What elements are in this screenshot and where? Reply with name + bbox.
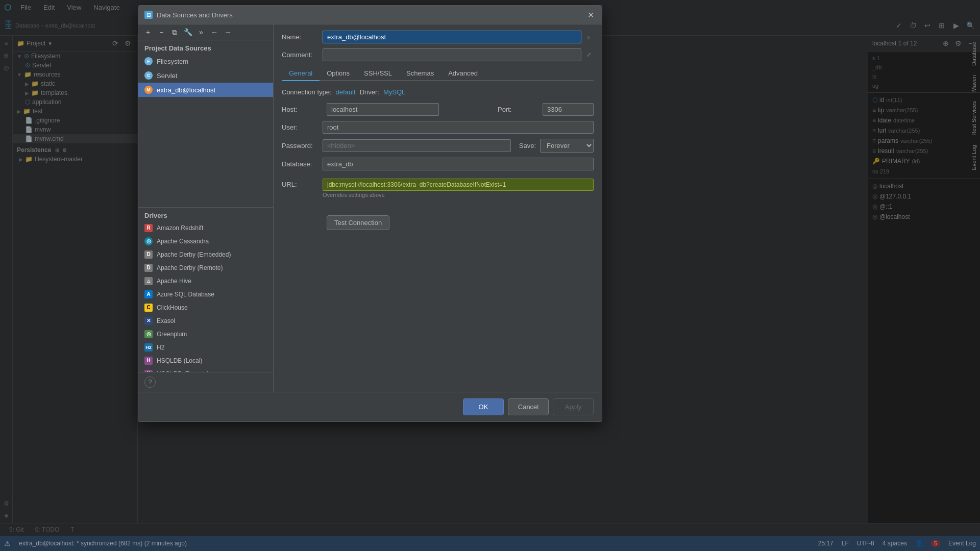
password-input[interactable]: [323, 139, 511, 152]
cancel-button[interactable]: Cancel: [508, 398, 549, 415]
greenplum-icon: ◎: [144, 330, 153, 338]
tab-schemas[interactable]: Schemas: [399, 66, 441, 81]
tab-ssh-ssl[interactable]: SSH/SSL: [357, 66, 399, 81]
database-input[interactable]: [323, 158, 594, 170]
password-label: Password:: [282, 142, 323, 149]
url-input[interactable]: [323, 179, 594, 191]
help-area: ?: [138, 372, 273, 392]
filesystem-icon: F: [144, 57, 153, 65]
comment-input[interactable]: [323, 48, 581, 61]
vtab-rest[interactable]: Rest Services: [970, 97, 979, 140]
datasource-item-servlet[interactable]: C Servlet: [138, 68, 273, 83]
h2-icon: H2: [144, 343, 153, 352]
servlet-icon: C: [144, 71, 153, 80]
test-conn-container: Test Connection: [282, 209, 594, 230]
dialog-left-panel: + − ⧉ 🔧 » ← → Project Data Sources F Fil…: [138, 24, 274, 392]
driver-label: Apache Cassandra: [157, 238, 209, 245]
host-label: Host:: [282, 106, 323, 113]
port-field: Port:: [498, 103, 594, 116]
name-expand-btn[interactable]: ○: [583, 31, 594, 43]
driver-label: H2: [157, 344, 164, 351]
database-label: Database:: [282, 160, 323, 168]
datasource-list: F Filesystem C Servlet M extra_db@localh…: [138, 54, 273, 205]
add-datasource-btn[interactable]: +: [142, 27, 154, 38]
port-input[interactable]: [543, 103, 594, 116]
ok-button[interactable]: OK: [463, 398, 504, 415]
tab-advanced[interactable]: Advanced: [441, 66, 485, 81]
name-field-row: Name: ○: [282, 31, 594, 43]
driver-h2[interactable]: H2 H2: [138, 341, 273, 354]
dialog-close-button[interactable]: ✕: [585, 10, 596, 20]
driver-amazon-redshift[interactable]: R Amazon Redshift: [138, 221, 273, 235]
vtab-eventlog[interactable]: Event Log: [970, 141, 979, 174]
datasource-label: Filesystem: [157, 58, 188, 65]
hsqldb-local-icon: H: [144, 357, 153, 365]
dialog-title-text: Data Sources and Drivers: [157, 11, 233, 19]
back-btn[interactable]: ←: [209, 27, 220, 38]
name-input[interactable]: [323, 31, 581, 43]
test-connection-button[interactable]: Test Connection: [327, 215, 389, 230]
save-field: Save: Forever Until restart Never: [519, 139, 594, 153]
derby-remote-icon: D: [144, 264, 153, 272]
url-label: URL:: [282, 179, 323, 188]
driver-hsqldb-remote[interactable]: H HSQLDB (Remote): [138, 367, 273, 372]
apply-button[interactable]: Apply: [553, 398, 594, 415]
dialog-datasources: ⊡ Data Sources and Drivers ✕ + − ⧉ 🔧 » ←…: [138, 5, 602, 422]
remove-datasource-btn[interactable]: −: [156, 27, 167, 38]
clickhouse-icon: C: [144, 304, 153, 312]
help-button[interactable]: ?: [144, 377, 156, 388]
spacer-area: [282, 230, 594, 386]
more-btn[interactable]: »: [195, 27, 207, 38]
project-datasources-header: Project Data Sources: [138, 40, 273, 54]
forward-btn[interactable]: →: [222, 27, 233, 38]
datasource-item-filesystem[interactable]: F Filesystem: [138, 54, 273, 68]
driver-azure-sql[interactable]: A Azure SQL Database: [138, 288, 273, 301]
driver-label: Greenplum: [157, 331, 187, 338]
conn-type-value[interactable]: default: [336, 88, 356, 96]
vertical-tabs: Database Maven Rest Services Event Log: [969, 36, 980, 523]
name-label: Name:: [282, 33, 323, 41]
dialog-right-panel: Name: ○ Comment: ⤢ General Options SSH/S…: [274, 24, 602, 392]
vtab-database[interactable]: Database: [970, 38, 979, 70]
copy-datasource-btn[interactable]: ⧉: [169, 27, 180, 38]
host-field: Host:: [282, 103, 492, 116]
driver-apache-cassandra[interactable]: ◎ Apache Cassandra: [138, 235, 273, 248]
driver-label: Driver:: [360, 88, 379, 96]
dialog-titlebar: ⊡ Data Sources and Drivers ✕: [138, 6, 602, 24]
driver-hsqldb-local[interactable]: H HSQLDB (Local): [138, 354, 273, 367]
database-field-row: Database:: [282, 158, 594, 170]
vtab-maven[interactable]: Maven: [970, 71, 979, 96]
datasource-item-extra-db[interactable]: M extra_db@localhost: [138, 83, 273, 97]
driver-clickhouse[interactable]: C ClickHouse: [138, 301, 273, 314]
host-input[interactable]: [327, 103, 439, 116]
user-field-row: User:: [282, 121, 594, 134]
comment-label: Comment:: [282, 51, 323, 59]
drivers-header: Drivers: [138, 207, 273, 221]
driver-value[interactable]: MySQL: [383, 88, 405, 96]
user-label: User:: [282, 123, 323, 131]
comment-expand-btn[interactable]: ⤢: [583, 49, 594, 61]
tab-options[interactable]: Options: [320, 66, 357, 81]
connection-type-row: Connection type: default Driver: MySQL: [282, 88, 594, 96]
dialog-title: ⊡ Data Sources and Drivers: [144, 11, 233, 19]
comment-field-row: Comment: ⤢: [282, 48, 594, 61]
driver-label: Apache Derby (Embedded): [157, 251, 231, 258]
save-label: Save:: [519, 142, 536, 149]
save-select[interactable]: Forever Until restart Never: [540, 139, 594, 153]
tab-bar: General Options SSH/SSL Schemas Advanced: [282, 66, 594, 81]
driver-exasol[interactable]: ✕ Exasol: [138, 314, 273, 328]
user-input[interactable]: [323, 121, 594, 134]
driver-apache-derby-remote[interactable]: D Apache Derby (Remote): [138, 261, 273, 274]
azure-icon: A: [144, 290, 153, 298]
driver-greenplum[interactable]: ◎ Greenplum: [138, 328, 273, 341]
host-port-row: Host: Port:: [282, 103, 594, 116]
settings-btn[interactable]: 🔧: [182, 27, 193, 38]
exasol-icon: ✕: [144, 317, 153, 325]
port-label: Port:: [498, 106, 538, 113]
dialog-footer: OK Cancel Apply: [138, 392, 602, 421]
driver-apache-hive[interactable]: △ Apache Hive: [138, 274, 273, 288]
dialog-toolbar: + − ⧉ 🔧 » ← →: [138, 24, 273, 40]
tab-general[interactable]: General: [282, 66, 320, 81]
datasource-label: Servlet: [157, 72, 177, 80]
driver-apache-derby-embedded[interactable]: D Apache Derby (Embedded): [138, 248, 273, 261]
